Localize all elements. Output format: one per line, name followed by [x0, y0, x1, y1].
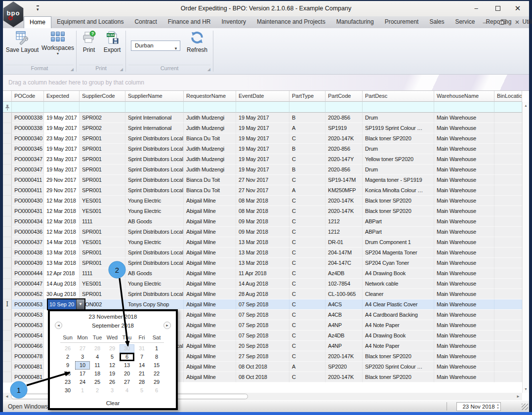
cell-eventdate[interactable]: 19 May 2017: [236, 133, 289, 144]
filter-cell-expected[interactable]: [44, 102, 80, 113]
cell-binlocationna[interactable]: [494, 227, 522, 237]
table-row[interactable]: PO000034723 May 2017SPR001Sprint Distrib…: [3, 154, 522, 165]
calendar-day[interactable]: 28: [134, 378, 149, 386]
filter-cell-eventdate[interactable]: [236, 102, 289, 113]
cell-partdesc[interactable]: Black toner SP2020: [363, 372, 434, 382]
cell-suppliercode[interactable]: SPR001: [80, 154, 125, 165]
cell-warehousename[interactable]: Main Warehouse: [434, 372, 494, 382]
column-header-partdesc[interactable]: PartDesc: [363, 91, 434, 102]
cell-eventdate[interactable]: 07 Sep 2018: [236, 310, 289, 320]
calendar-day[interactable]: 16: [60, 370, 75, 378]
calendar-day[interactable]: 29: [105, 344, 120, 353]
cell-expected[interactable]: 12 Mar 2018: [44, 206, 80, 216]
cell-pocode[interactable]: PO0000347: [12, 165, 44, 175]
cell-expected[interactable]: 12 Apr 2018: [44, 268, 80, 279]
cell-requestorname[interactable]: Abigail Milne: [184, 331, 236, 341]
cell-pocode[interactable]: PO0000347: [12, 154, 44, 165]
minimize-button[interactable]: –: [468, 3, 485, 14]
cell-expected[interactable]: 12 Mar 2018: [44, 196, 80, 206]
cell-partcode[interactable]: 2020-147K: [326, 206, 363, 216]
cell-suppliercode[interactable]: SPR001: [80, 185, 125, 196]
cell-suppliercode[interactable]: YES001: [80, 279, 125, 289]
vertical-scrollbar[interactable]: ▲ ▼: [522, 102, 529, 393]
cell-partcode[interactable]: 204-147M: [326, 248, 363, 258]
table-row[interactable]: PO000043012 Mar 2018YES001Young Electric…: [3, 196, 522, 206]
cell-parttype[interactable]: C: [289, 154, 326, 165]
cell-warehousename[interactable]: Main Warehouse: [434, 351, 494, 362]
cell-eventdate[interactable]: 08 Mar 2018: [236, 196, 289, 206]
calendar-day[interactable]: 4: [120, 386, 134, 395]
table-row[interactable]: PO000033819 May 2017SPR002Sprint Interna…: [3, 123, 522, 133]
cell-suppliercode[interactable]: SPR001: [80, 227, 125, 237]
cell-eventdate[interactable]: 28 Aug 2018: [236, 289, 289, 299]
print-dialog-launcher-icon[interactable]: ◢: [120, 67, 123, 72]
calendar-day[interactable]: 23: [60, 378, 75, 386]
cell-warehousename[interactable]: Main Warehouse: [434, 144, 494, 154]
column-header-binlocationna[interactable]: BinLocationNa: [494, 91, 522, 102]
column-header-suppliername[interactable]: SupplierName: [125, 91, 184, 102]
cell-warehousename[interactable]: Main Warehouse: [434, 279, 494, 289]
calendar-day[interactable]: 28: [90, 344, 105, 353]
group-by-bar[interactable]: Drag a column header here to group by th…: [3, 75, 529, 91]
cell-pocode[interactable]: PO0000338: [12, 113, 44, 123]
cell-warehousename[interactable]: Main Warehouse: [434, 331, 494, 341]
cell-requestorname[interactable]: Bianca Du Toit: [184, 133, 236, 144]
cell-partdesc[interactable]: A4 Note Paper: [363, 341, 434, 351]
cell-partdesc[interactable]: Black toner SP2020: [363, 196, 434, 206]
cell-suppliercode[interactable]: TON002: [80, 299, 125, 310]
cell-partcode[interactable]: 2020-856: [326, 165, 363, 175]
cell-pocode[interactable]: PO0000478: [12, 351, 44, 362]
calendar-day[interactable]: 1: [149, 344, 164, 353]
cell-eventdate[interactable]: 13 Mar 2018: [236, 248, 289, 258]
cell-warehousename[interactable]: Main Warehouse: [434, 248, 494, 258]
cell-binlocationna[interactable]: [494, 206, 522, 216]
cell-requestorname[interactable]: Abigail Milne: [184, 248, 236, 258]
cell-pocode[interactable]: PO0000340: [12, 133, 44, 144]
table-row[interactable]: PO000034719 May 2017SPR001Sprint Distrib…: [3, 165, 522, 175]
cell-requestorname[interactable]: Judith Mudzengi: [184, 154, 236, 165]
cell-partdesc[interactable]: SP204 Cyan Toner: [363, 258, 434, 268]
cell-parttype[interactable]: B: [289, 144, 326, 154]
cell-warehousename[interactable]: Main Warehouse: [434, 237, 494, 248]
cell-parttype[interactable]: C: [289, 289, 326, 299]
cell-suppliercode[interactable]: SPR001: [80, 133, 125, 144]
filter-cell-suppliername[interactable]: [125, 102, 184, 113]
calendar-day[interactable]: 2: [60, 353, 75, 361]
cell-warehousename[interactable]: Main Warehouse: [434, 341, 494, 351]
cell-binlocationna[interactable]: [494, 144, 522, 154]
calendar-day[interactable]: 18: [90, 370, 105, 378]
column-header-parttype[interactable]: PartType: [289, 91, 326, 102]
cell-partdesc[interactable]: Black toner SP2020: [363, 351, 434, 362]
tab-inventory[interactable]: Inventory: [216, 16, 251, 28]
cell-parttype[interactable]: C: [289, 216, 326, 227]
cell-requestorname[interactable]: Abigail Milne: [184, 206, 236, 216]
calendar-day[interactable]: 19: [105, 370, 120, 378]
cell-eventdate[interactable]: 27 Sep 2018: [236, 351, 289, 362]
table-row[interactable]: PO000034023 May 2017SPR001Sprint Distrib…: [3, 133, 522, 144]
cell-binlocationna[interactable]: [494, 237, 522, 248]
cell-parttype[interactable]: C: [289, 258, 326, 268]
cell-pocode[interactable]: PO0000481: [12, 362, 44, 372]
cell-parttype[interactable]: C: [289, 331, 326, 341]
cell-expected[interactable]: 23 May 2017: [44, 154, 80, 165]
calendar-day[interactable]: 14: [134, 361, 149, 370]
cell-pocode[interactable]: PO0000436: [12, 227, 44, 237]
cell-partdesc[interactable]: Konica Minolta Colour …: [363, 185, 434, 196]
cell-partdesc[interactable]: A4 Drawing Book: [363, 268, 434, 279]
table-row[interactable]: PO000034519 May 2017SPR001Sprint Distrib…: [3, 144, 522, 154]
cell-warehousename[interactable]: Main Warehouse: [434, 154, 494, 165]
cell-warehousename[interactable]: Main Warehouse: [434, 362, 494, 372]
tab-contract[interactable]: Contract: [129, 16, 162, 28]
cell-partdesc[interactable]: SP1919 Sprint Colour …: [363, 123, 434, 133]
cell-parttype[interactable]: C: [289, 320, 326, 331]
cell-warehousename[interactable]: Main Warehouse: [434, 310, 494, 320]
tab-home[interactable]: Home: [24, 16, 51, 28]
cell-expected[interactable]: 13 Mar 2018: [44, 248, 80, 258]
resize-grip[interactable]: [522, 404, 528, 410]
calendar-day[interactable]: 11: [90, 361, 105, 370]
format-dialog-launcher-icon[interactable]: ◢: [71, 67, 74, 72]
calendar-prev-month-button[interactable]: ◄: [55, 322, 62, 329]
table-row[interactable]: PO000043112 Mar 2018YES001Young Electric…: [3, 206, 522, 216]
calendar-day[interactable]: 17: [75, 370, 90, 378]
cell-pocode[interactable]: PO0000438: [12, 248, 44, 258]
